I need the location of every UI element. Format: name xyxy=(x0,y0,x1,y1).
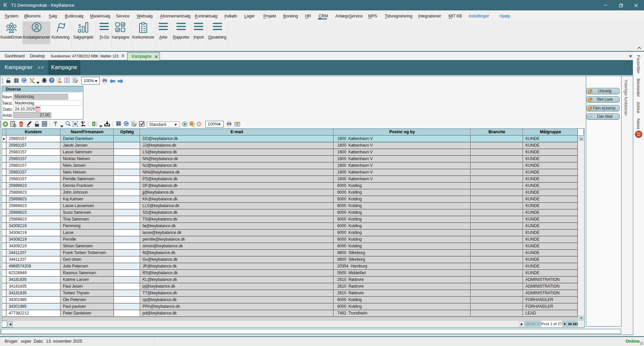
svg-text:?: ? xyxy=(51,78,53,82)
svg-text:x: x xyxy=(93,122,94,126)
svg-text:$: $ xyxy=(78,23,81,29)
